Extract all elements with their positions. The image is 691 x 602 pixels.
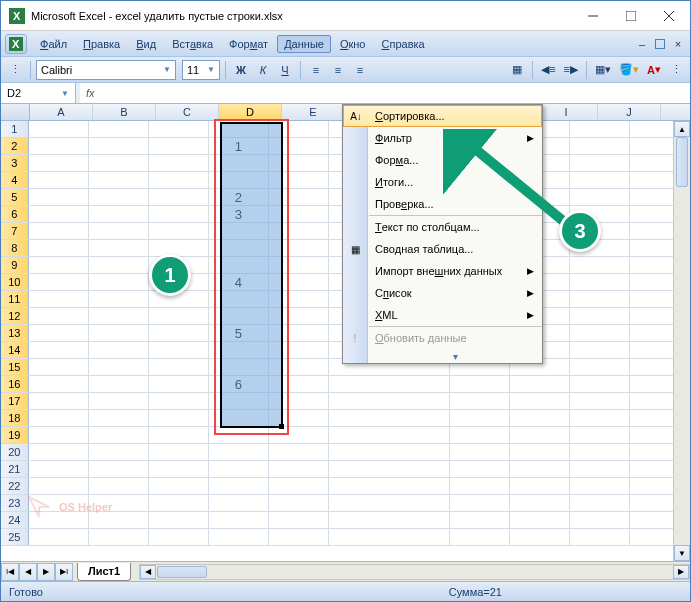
cell[interactable] — [29, 410, 89, 426]
cell[interactable] — [89, 308, 149, 324]
cell[interactable] — [89, 410, 149, 426]
doc-restore-button[interactable] — [652, 37, 668, 51]
cell[interactable] — [29, 478, 89, 494]
horizontal-scrollbar[interactable]: ◀ ▶ — [139, 564, 690, 580]
cell[interactable] — [570, 138, 630, 154]
cell[interactable] — [510, 495, 570, 511]
cell[interactable] — [269, 206, 329, 222]
menu-item-list[interactable]: Список▶ — [343, 282, 542, 304]
cell[interactable] — [329, 529, 450, 545]
row-header[interactable]: 7 — [1, 223, 29, 239]
cell[interactable] — [149, 308, 209, 324]
cell[interactable] — [510, 410, 570, 426]
menu-format[interactable]: Формат — [222, 35, 275, 53]
cell[interactable] — [269, 495, 329, 511]
cell[interactable] — [149, 410, 209, 426]
cell[interactable] — [89, 189, 149, 205]
cell[interactable] — [269, 274, 329, 290]
cell[interactable] — [570, 257, 630, 273]
menu-item-validation[interactable]: Проверка... — [343, 193, 542, 215]
cell[interactable] — [29, 138, 89, 154]
cell[interactable] — [570, 274, 630, 290]
cell[interactable] — [29, 257, 89, 273]
cell[interactable] — [209, 512, 269, 528]
cell[interactable] — [29, 240, 89, 256]
row-header[interactable]: 16 — [1, 376, 29, 392]
cell[interactable] — [510, 444, 570, 460]
row-header[interactable]: 13 — [1, 325, 29, 341]
cell[interactable] — [149, 495, 209, 511]
cell[interactable] — [89, 444, 149, 460]
select-all-corner[interactable] — [1, 104, 30, 120]
font-select[interactable]: Calibri▼ — [36, 60, 176, 80]
row-header[interactable]: 19 — [1, 427, 29, 443]
scroll-up-button[interactable]: ▲ — [674, 121, 690, 137]
vertical-scrollbar[interactable]: ▲ ▼ — [673, 121, 690, 561]
bold-button[interactable]: Ж — [231, 60, 251, 80]
row-header[interactable]: 14 — [1, 342, 29, 358]
cell[interactable] — [209, 444, 269, 460]
cell[interactable] — [570, 121, 630, 137]
cell[interactable] — [29, 291, 89, 307]
col-header[interactable]: C — [156, 104, 219, 120]
cell[interactable] — [209, 529, 269, 545]
cell[interactable] — [329, 512, 450, 528]
cell[interactable] — [269, 461, 329, 477]
cell[interactable] — [450, 495, 510, 511]
cell[interactable] — [269, 172, 329, 188]
cell[interactable] — [510, 461, 570, 477]
row-header[interactable]: 17 — [1, 393, 29, 409]
minimize-button[interactable] — [580, 6, 606, 26]
cell[interactable] — [209, 121, 269, 137]
row-header[interactable]: 4 — [1, 172, 29, 188]
row-header[interactable]: 23 — [1, 495, 29, 511]
maximize-button[interactable] — [618, 6, 644, 26]
cell[interactable] — [450, 376, 510, 392]
toolbar-handle-icon[interactable]: ⋮ — [5, 60, 25, 80]
cell[interactable]: 6 — [209, 376, 269, 392]
row-header[interactable]: 24 — [1, 512, 29, 528]
cell[interactable] — [570, 308, 630, 324]
cell[interactable] — [29, 189, 89, 205]
tab-nav-last[interactable]: ▶I — [55, 563, 73, 581]
cell[interactable]: 2 — [209, 189, 269, 205]
cell[interactable] — [570, 410, 630, 426]
cell[interactable] — [269, 376, 329, 392]
row-header[interactable]: 5 — [1, 189, 29, 205]
cell[interactable] — [269, 444, 329, 460]
col-header[interactable]: E — [282, 104, 345, 120]
fx-icon[interactable]: fx — [86, 87, 95, 99]
menu-item-form[interactable]: Форма... — [343, 149, 542, 171]
menu-item-totals[interactable]: Итоги... — [343, 171, 542, 193]
align-left-button[interactable]: ≡ — [306, 60, 326, 80]
row-header[interactable]: 3 — [1, 155, 29, 171]
cell[interactable] — [89, 206, 149, 222]
cell[interactable] — [149, 529, 209, 545]
cell[interactable]: 4 — [209, 274, 269, 290]
cell[interactable] — [269, 155, 329, 171]
cell[interactable] — [149, 461, 209, 477]
cell[interactable] — [570, 342, 630, 358]
cell[interactable] — [209, 223, 269, 239]
col-header[interactable]: D — [219, 104, 282, 120]
cell[interactable] — [29, 325, 89, 341]
cell[interactable] — [89, 240, 149, 256]
row-header[interactable]: 22 — [1, 478, 29, 494]
cell[interactable] — [209, 410, 269, 426]
cell[interactable] — [89, 478, 149, 494]
cell[interactable] — [89, 427, 149, 443]
cell[interactable] — [209, 308, 269, 324]
menu-item-text-to-columns[interactable]: Текст по столбцам... — [343, 216, 542, 238]
cell[interactable] — [149, 427, 209, 443]
cell[interactable] — [450, 393, 510, 409]
cell[interactable] — [89, 376, 149, 392]
cell[interactable] — [29, 172, 89, 188]
cell[interactable] — [209, 155, 269, 171]
cell[interactable] — [149, 342, 209, 358]
cell[interactable] — [29, 121, 89, 137]
cell[interactable] — [29, 223, 89, 239]
menu-help[interactable]: Справка — [374, 35, 431, 53]
name-box[interactable]: D2▼ — [1, 83, 76, 103]
cell[interactable] — [510, 376, 570, 392]
cell[interactable] — [89, 393, 149, 409]
